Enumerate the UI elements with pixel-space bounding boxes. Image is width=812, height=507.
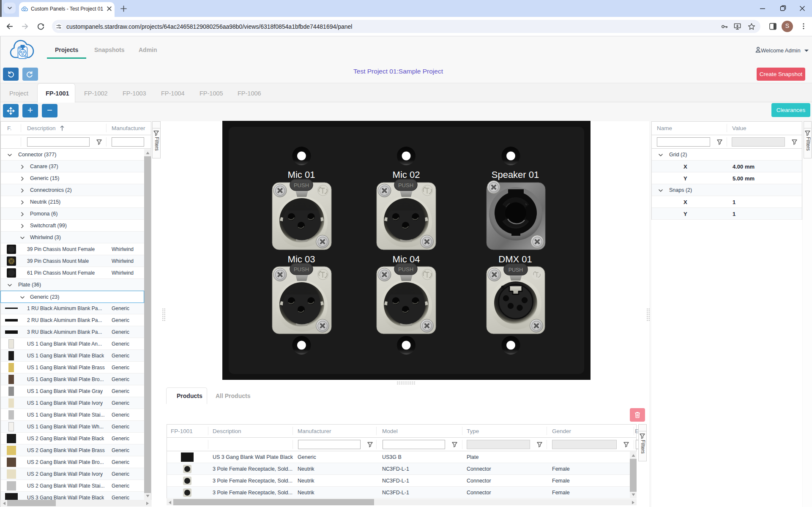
svg-text:Mic 01: Mic 01	[288, 169, 315, 180]
svg-text:Speaker 01: Speaker 01	[492, 169, 539, 180]
svg-text:Mic 02: Mic 02	[393, 169, 420, 180]
svg-text:DMX 01: DMX 01	[498, 254, 532, 264]
